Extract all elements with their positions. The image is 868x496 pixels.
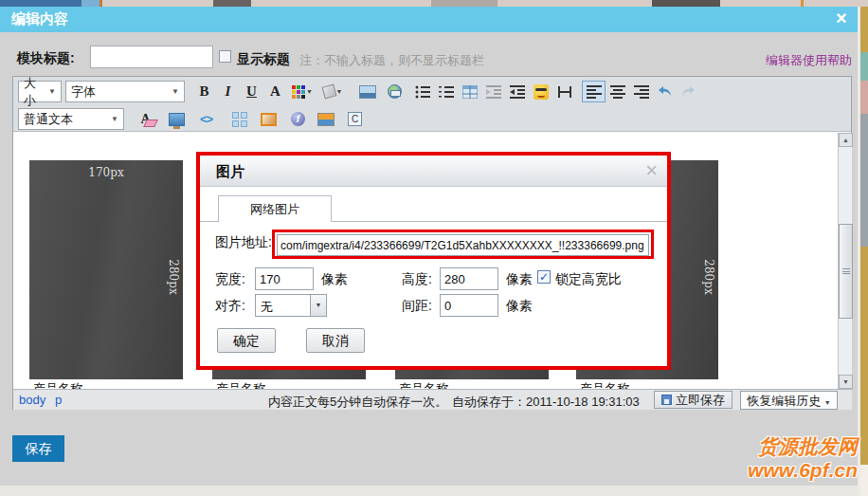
lock-ratio-checkbox[interactable]: ✓: [537, 270, 551, 284]
autosave-time: 自动保存于：2011-10-18 19:31:03: [452, 394, 640, 411]
gallery-icon: [261, 113, 277, 126]
special-char-icon: C: [348, 112, 362, 126]
scroll-down-icon[interactable]: ▼: [839, 375, 853, 389]
insert-image-button[interactable]: [355, 81, 379, 102]
indent-button[interactable]: [505, 81, 529, 102]
image-icon: [359, 85, 376, 99]
numbered-list-icon: [439, 85, 454, 99]
spacing-unit-label: 像素: [506, 298, 533, 315]
insert-link-button[interactable]: [383, 81, 407, 102]
image-dialog: 图片 × 网络图片 图片地址: 宽度: 像素 高度: 像素 ✓ 锁定高宽比 对齐…: [196, 152, 671, 370]
image-gallery-button[interactable]: [257, 108, 280, 130]
insert-table-button[interactable]: [458, 81, 481, 102]
insert-banner-button[interactable]: [314, 108, 337, 130]
image-height-label: 280px: [701, 259, 714, 294]
outdent-icon: [486, 85, 501, 99]
save-button[interactable]: 保存: [12, 435, 64, 462]
background-page-right: [858, 7, 868, 496]
background-photo-fragment: [860, 52, 868, 81]
fullscreen-button[interactable]: [165, 108, 189, 130]
source-code-button[interactable]: <>: [194, 108, 218, 130]
page-break-button[interactable]: [552, 81, 576, 102]
emoticon-button[interactable]: [529, 81, 552, 102]
align-selected-value: 无: [261, 299, 273, 316]
close-icon[interactable]: ×: [836, 8, 847, 29]
spacing-input[interactable]: [440, 294, 498, 317]
insert-flash-button[interactable]: f: [286, 108, 310, 130]
restore-history-label: 恢复编辑历史: [747, 394, 821, 408]
special-char-button[interactable]: C: [343, 108, 367, 130]
template-grid-button[interactable]: [227, 108, 251, 130]
numbered-list-button[interactable]: [434, 81, 458, 102]
element-path-body[interactable]: body: [19, 393, 45, 407]
scroll-up-icon[interactable]: ▲: [839, 133, 853, 147]
font-family-label: 字体: [71, 83, 96, 101]
spacing-label: 间距:: [402, 298, 432, 315]
indent-icon: [510, 85, 525, 99]
strikethrough-button[interactable]: A: [263, 81, 287, 102]
width-input[interactable]: [255, 267, 314, 290]
redo-button[interactable]: [677, 81, 700, 102]
font-color-button[interactable]: ▼: [287, 81, 317, 102]
height-input[interactable]: [440, 267, 498, 290]
background-photo-fragment: [652, 0, 720, 7]
height-unit-label: 像素: [506, 271, 533, 288]
outdent-button[interactable]: [481, 81, 505, 102]
globe-link-icon: [388, 84, 402, 99]
tab-network-image[interactable]: 网络图片: [218, 195, 332, 222]
align-left-icon: [587, 85, 602, 99]
restore-history-dropdown[interactable]: 恢复编辑历史 ▼: [740, 391, 838, 410]
scrollbar-thumb[interactable]: [839, 224, 853, 319]
paragraph-format-dropdown[interactable]: 普通文本▼: [18, 108, 124, 130]
background-photo-fragment: [213, 0, 251, 7]
autosave-note: 内容正文每5分钟自动保存一次。: [268, 394, 447, 411]
image-url-label: 图片地址:: [215, 234, 272, 251]
align-left-button[interactable]: [582, 81, 606, 102]
toolbar-row-1: 大小▼ 字体▼ B I U A ▼ ▼: [13, 77, 851, 106]
dialog-header[interactable]: 图片 ×: [200, 156, 667, 187]
align-right-button[interactable]: [629, 81, 653, 102]
bold-button[interactable]: B: [192, 81, 216, 102]
chevron-down-icon: ▼: [824, 399, 831, 406]
grid-icon: [232, 112, 247, 127]
background-page-top: [0, 0, 868, 7]
align-center-button[interactable]: [606, 81, 629, 102]
chevron-down-icon: ▼: [44, 87, 56, 96]
editor-help-link[interactable]: 编辑器使用帮助: [766, 52, 852, 69]
cancel-button[interactable]: 取消: [306, 328, 365, 353]
undo-button[interactable]: [653, 81, 677, 102]
monitor-icon: [169, 113, 185, 126]
close-icon[interactable]: ×: [645, 158, 658, 183]
background-page-bottom: [0, 486, 858, 496]
align-right-icon: [634, 85, 649, 99]
ok-button[interactable]: 确定: [217, 328, 276, 353]
chevron-down-icon: ▼: [106, 115, 118, 123]
bullet-list-button[interactable]: [410, 81, 434, 102]
module-title-input[interactable]: [90, 46, 213, 68]
remove-format-button[interactable]: A: [134, 108, 157, 130]
emoticon-icon: [533, 84, 549, 100]
redo-icon: [680, 84, 696, 99]
element-path-p[interactable]: p: [55, 393, 62, 407]
show-title-checkbox[interactable]: [219, 50, 231, 63]
page-break-icon: [557, 85, 572, 99]
save-now-button[interactable]: 立即保存: [654, 391, 732, 409]
width-label: 宽度:: [215, 271, 245, 288]
url-annotation-box: [272, 230, 654, 259]
font-family-dropdown[interactable]: 字体▼: [65, 81, 185, 102]
dialog-title: 图片: [216, 163, 244, 181]
table-icon: [462, 85, 478, 99]
format-eraser-icon: A: [140, 112, 150, 127]
align-select[interactable]: 无 ▼: [255, 294, 327, 317]
background-photo-fragment: [860, 81, 868, 114]
underline-button[interactable]: U: [240, 81, 263, 102]
content-scrollbar[interactable]: ▲ ▼: [838, 133, 852, 389]
font-size-dropdown[interactable]: 大小▼: [18, 81, 62, 102]
align-label: 对齐:: [215, 298, 245, 315]
chevron-down-icon: ▼: [306, 88, 313, 95]
highlight-color-button[interactable]: ▼: [317, 81, 348, 102]
image-url-input[interactable]: [277, 234, 649, 256]
background-divider: [99, 0, 102, 7]
banner-icon: [317, 113, 335, 126]
italic-button[interactable]: I: [216, 81, 240, 102]
